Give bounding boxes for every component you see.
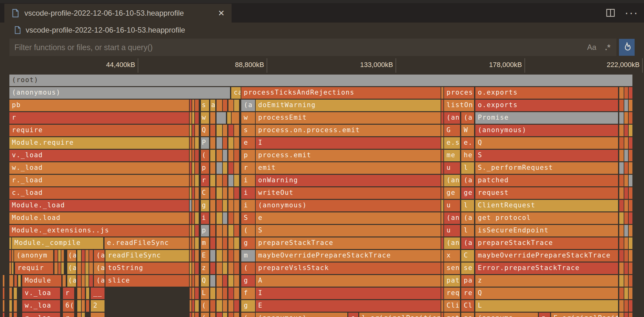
flame-segment[interactable]: S: [241, 212, 255, 224]
flame-sliver[interactable]: [441, 112, 443, 124]
flame-sliver[interactable]: [624, 87, 628, 99]
flame-segment[interactable]: u: [444, 225, 460, 236]
flame-sliver[interactable]: [228, 250, 233, 262]
flame-sliver[interactable]: [210, 237, 215, 249]
flame-segment[interactable]: r._load: [9, 175, 189, 186]
flame-sliver[interactable]: [210, 250, 215, 262]
flame-segment[interactable]: Module: [22, 275, 61, 287]
flame-sliver[interactable]: [619, 200, 624, 211]
flame-segment[interactable]: Promise: [475, 112, 618, 124]
flame-segment[interactable]: (anonymous): [9, 87, 230, 99]
flame-sliver[interactable]: [195, 225, 199, 236]
flame-sliver[interactable]: [441, 162, 443, 174]
flame-segment[interactable]: (an: [444, 237, 460, 249]
flame-segment[interactable]: pb: [9, 100, 189, 111]
flame-segment[interactable]: i: [241, 187, 255, 199]
flame-sliver[interactable]: [234, 250, 239, 262]
flame-sliver[interactable]: [9, 262, 11, 274]
flame-sliver[interactable]: [624, 125, 628, 136]
flame-sliver[interactable]: [217, 162, 222, 174]
flame-segment[interactable]: ge: [444, 187, 460, 199]
flame-sliver[interactable]: [624, 175, 628, 186]
flame-segment[interactable]: A: [256, 275, 441, 287]
flame-segment[interactable]: w: [241, 112, 255, 124]
flame-sliver[interactable]: [190, 212, 192, 224]
flame-sliver[interactable]: [192, 175, 194, 186]
flame-sliver[interactable]: [82, 275, 85, 287]
flame-sliver[interactable]: [234, 300, 239, 312]
flame-sliver[interactable]: [190, 175, 192, 186]
flame-segment[interactable]: (an: [444, 175, 460, 186]
flame-segment[interactable]: Module.load: [9, 212, 189, 224]
flame-segment[interactable]: P: [201, 137, 209, 149]
flame-segment[interactable]: (: [241, 225, 255, 236]
flame-segment[interactable]: W: [461, 125, 474, 136]
flame-segment[interactable]: C: [461, 250, 474, 262]
flame-sliver[interactable]: [228, 187, 233, 199]
flame-sliver[interactable]: [629, 187, 632, 199]
flame-sliver[interactable]: [228, 125, 233, 136]
flame-sliver[interactable]: [210, 313, 215, 317]
flame-segment[interactable]: isSecureEndpoint: [475, 225, 618, 236]
match-case-button[interactable]: Aa: [585, 39, 599, 56]
flame-sliver[interactable]: [192, 237, 194, 249]
flame-sliver[interactable]: [234, 175, 239, 186]
flame-sliver[interactable]: [441, 100, 443, 111]
flame-segment[interactable]: m: [241, 250, 255, 262]
flame-sliver[interactable]: [190, 112, 192, 124]
flame-segment[interactable]: g: [201, 200, 209, 211]
flame-sliver[interactable]: [234, 225, 239, 236]
flame-segment[interactable]: l: [461, 200, 474, 211]
flame-sliver[interactable]: [234, 125, 239, 136]
flame-sliver[interactable]: [210, 187, 215, 199]
flame-sliver[interactable]: [195, 237, 199, 249]
flame-sliver[interactable]: [195, 175, 199, 186]
flame-segment[interactable]: S: [475, 150, 618, 161]
flame-sliver[interactable]: [223, 212, 227, 224]
flame-sliver[interactable]: [441, 250, 443, 262]
tab-heapprofile[interactable]: vscode-profile-2022-12-06-16-10-53.heapp…: [4, 4, 232, 23]
flame-sliver[interactable]: [624, 100, 628, 111]
flame-sliver[interactable]: [14, 275, 17, 287]
flame-segment[interactable]: (anonymo: [475, 313, 538, 317]
flame-segment[interactable]: e: [256, 212, 441, 224]
flame-sliver[interactable]: [85, 275, 89, 287]
flame-segment[interactable]: (a: [461, 212, 474, 224]
flame-sliver[interactable]: [210, 288, 215, 299]
flame-sliver[interactable]: [624, 187, 628, 199]
flame-sliver[interactable]: [234, 137, 239, 149]
flame-segment[interactable]: (: [201, 313, 209, 317]
flame-sliver[interactable]: [63, 275, 66, 287]
flame-sliver[interactable]: [223, 313, 227, 317]
flame-sliver[interactable]: [86, 300, 89, 312]
flame-segment[interactable]: maybeOverridePrepareStackTrace: [256, 250, 441, 262]
flame-sliver[interactable]: [441, 225, 443, 236]
flame-sliver[interactable]: [210, 225, 215, 236]
flame-sliver[interactable]: [195, 100, 199, 111]
flame-segment[interactable]: L: [201, 288, 209, 299]
flame-sliver[interactable]: [192, 288, 194, 299]
regex-button[interactable]: .*: [600, 39, 615, 56]
flame-sliver[interactable]: [228, 200, 233, 211]
flame-sliver[interactable]: [195, 288, 199, 299]
flame-sliver[interactable]: [217, 262, 222, 274]
flame-segment[interactable]: Module._compile: [12, 237, 103, 249]
flame-sliver[interactable]: [217, 313, 222, 317]
flame-segment[interactable]: doEmitWarning: [256, 100, 441, 111]
flame-sliver[interactable]: [217, 112, 226, 124]
flame-sliver[interactable]: [210, 262, 215, 274]
flame-sliver[interactable]: [619, 288, 624, 299]
flame-segment[interactable]: S._performRequest: [475, 162, 618, 174]
flame-segment[interactable]: ClientRequest: [475, 200, 618, 211]
flame-sliver[interactable]: [77, 300, 81, 312]
flame-sliver[interactable]: [190, 137, 192, 149]
flame-sliver[interactable]: [190, 150, 192, 161]
flame-sliver[interactable]: [190, 187, 192, 199]
flame-sliver[interactable]: [195, 262, 199, 274]
flame-segment[interactable]: listOn: [444, 100, 474, 111]
flame-segment[interactable]: z: [475, 275, 618, 287]
flame-sliver[interactable]: [195, 212, 199, 224]
flame-sliver[interactable]: [77, 250, 81, 262]
flame-segment[interactable]: (a: [461, 112, 474, 124]
flame-sliver[interactable]: [217, 150, 222, 161]
